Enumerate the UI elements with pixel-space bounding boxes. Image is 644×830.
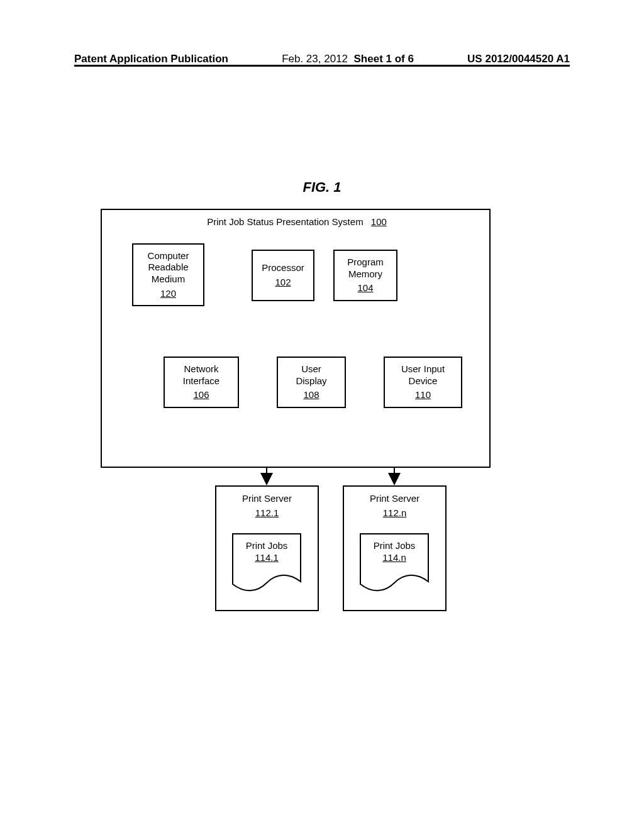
block-user-display: User Display 108: [277, 357, 346, 408]
block-program-memory: Program Memory 104: [333, 250, 397, 301]
block-user-input-device: User Input Device 110: [384, 357, 462, 408]
system-title: Print Job Status Presentation System 100: [102, 216, 492, 228]
header-center: Feb. 23, 2012 Sheet 1 of 6: [282, 53, 414, 65]
page-header: Patent Application Publication Feb. 23, …: [74, 53, 570, 65]
document-print-jobs-n: Print Jobs 114.n: [359, 533, 430, 595]
block-network-interface: Network Interface 106: [164, 357, 239, 408]
header-rule: [74, 65, 570, 67]
block-computer-readable-medium: Computer Readable Medium 120: [132, 243, 204, 306]
document-print-jobs-1: Print Jobs 114.1: [231, 533, 302, 595]
system-ref: 100: [371, 216, 387, 227]
header-left: Patent Application Publication: [74, 53, 228, 65]
diagram-canvas: Print Job Status Presentation System 100…: [101, 209, 543, 624]
block-processor: Processor 102: [252, 250, 314, 301]
header-pubno: US 2012/0044520 A1: [467, 53, 570, 65]
figure-title: FIG. 1: [0, 179, 644, 196]
